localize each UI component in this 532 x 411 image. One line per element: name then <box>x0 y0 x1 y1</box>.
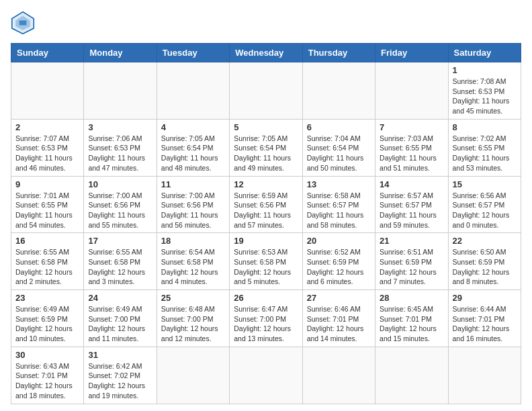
calendar: SundayMondayTuesdayWednesdayThursdayFrid… <box>11 43 521 404</box>
day-info: Sunrise: 7:08 AM Sunset: 6:53 PM Dayligh… <box>453 77 517 116</box>
calendar-day-cell: 25Sunrise: 6:48 AM Sunset: 7:00 PM Dayli… <box>157 290 229 347</box>
calendar-day-cell: 9Sunrise: 7:01 AM Sunset: 6:55 PM Daylig… <box>11 176 84 233</box>
day-info: Sunrise: 7:06 AM Sunset: 6:53 PM Dayligh… <box>88 134 152 173</box>
day-info: Sunrise: 6:50 AM Sunset: 6:59 PM Dayligh… <box>453 247 517 287</box>
day-info: Sunrise: 6:53 AM Sunset: 6:58 PM Dayligh… <box>234 247 298 287</box>
day-info: Sunrise: 7:02 AM Sunset: 6:55 PM Dayligh… <box>453 134 517 173</box>
weekday-header-tuesday: Tuesday <box>157 44 229 62</box>
calendar-day-cell: 14Sunrise: 6:57 AM Sunset: 6:57 PM Dayli… <box>375 176 448 233</box>
calendar-day-cell <box>157 62 229 120</box>
day-info: Sunrise: 7:05 AM Sunset: 6:54 PM Dayligh… <box>234 134 298 173</box>
day-number: 11 <box>161 179 225 189</box>
calendar-day-cell: 29Sunrise: 6:44 AM Sunset: 7:01 PM Dayli… <box>448 290 521 347</box>
day-number: 16 <box>15 236 79 246</box>
day-number: 10 <box>88 179 152 189</box>
weekday-header-row: SundayMondayTuesdayWednesdayThursdayFrid… <box>11 44 521 62</box>
day-info: Sunrise: 6:51 AM Sunset: 6:59 PM Dayligh… <box>380 247 443 287</box>
calendar-day-cell <box>230 62 302 120</box>
day-info: Sunrise: 7:04 AM Sunset: 6:54 PM Dayligh… <box>307 134 371 173</box>
day-info: Sunrise: 6:54 AM Sunset: 6:58 PM Dayligh… <box>161 247 225 287</box>
calendar-day-cell <box>157 347 229 404</box>
day-number: 28 <box>380 293 443 303</box>
day-info: Sunrise: 7:05 AM Sunset: 6:54 PM Dayligh… <box>161 134 225 173</box>
day-number: 25 <box>161 293 225 303</box>
calendar-day-cell <box>448 347 521 404</box>
day-number: 24 <box>88 293 152 303</box>
calendar-day-cell: 6Sunrise: 7:04 AM Sunset: 6:54 PM Daylig… <box>302 119 375 176</box>
calendar-day-cell: 17Sunrise: 6:55 AM Sunset: 6:58 PM Dayli… <box>84 233 157 290</box>
calendar-day-cell: 7Sunrise: 7:03 AM Sunset: 6:55 PM Daylig… <box>375 119 448 176</box>
calendar-day-cell <box>230 347 302 404</box>
day-info: Sunrise: 6:55 AM Sunset: 6:58 PM Dayligh… <box>88 247 152 287</box>
day-info: Sunrise: 6:43 AM Sunset: 7:01 PM Dayligh… <box>15 361 79 401</box>
calendar-day-cell: 15Sunrise: 6:56 AM Sunset: 6:57 PM Dayli… <box>448 176 521 233</box>
calendar-day-cell: 18Sunrise: 6:54 AM Sunset: 6:58 PM Dayli… <box>157 233 229 290</box>
calendar-day-cell: 1Sunrise: 7:08 AM Sunset: 6:53 PM Daylig… <box>448 62 521 120</box>
calendar-day-cell <box>302 62 375 120</box>
calendar-week-row: 9Sunrise: 7:01 AM Sunset: 6:55 PM Daylig… <box>11 176 521 233</box>
calendar-day-cell: 24Sunrise: 6:49 AM Sunset: 7:00 PM Dayli… <box>84 290 157 347</box>
calendar-day-cell: 8Sunrise: 7:02 AM Sunset: 6:55 PM Daylig… <box>448 119 521 176</box>
weekday-header-thursday: Thursday <box>302 44 375 62</box>
day-info: Sunrise: 7:00 AM Sunset: 6:56 PM Dayligh… <box>88 191 152 230</box>
day-info: Sunrise: 6:45 AM Sunset: 7:01 PM Dayligh… <box>380 304 443 344</box>
day-info: Sunrise: 6:58 AM Sunset: 6:57 PM Dayligh… <box>307 191 371 230</box>
day-info: Sunrise: 6:42 AM Sunset: 7:02 PM Dayligh… <box>88 361 152 401</box>
day-info: Sunrise: 6:44 AM Sunset: 7:01 PM Dayligh… <box>453 304 517 344</box>
svg-marker-3 <box>19 20 27 25</box>
day-number: 3 <box>88 122 152 132</box>
day-info: Sunrise: 7:03 AM Sunset: 6:55 PM Dayligh… <box>380 134 443 173</box>
day-number: 26 <box>234 293 298 303</box>
weekday-header-saturday: Saturday <box>448 44 521 62</box>
day-number: 13 <box>307 179 371 189</box>
calendar-day-cell: 26Sunrise: 6:47 AM Sunset: 7:00 PM Dayli… <box>230 290 302 347</box>
day-info: Sunrise: 6:52 AM Sunset: 6:59 PM Dayligh… <box>307 247 371 287</box>
day-number: 21 <box>380 236 443 246</box>
day-info: Sunrise: 6:57 AM Sunset: 6:57 PM Dayligh… <box>380 191 443 230</box>
calendar-day-cell <box>375 347 448 404</box>
calendar-day-cell: 30Sunrise: 6:43 AM Sunset: 7:01 PM Dayli… <box>11 347 84 404</box>
day-number: 31 <box>88 350 152 360</box>
weekday-header-monday: Monday <box>84 44 157 62</box>
day-number: 9 <box>15 179 79 189</box>
day-info: Sunrise: 6:49 AM Sunset: 7:00 PM Dayligh… <box>88 304 152 344</box>
calendar-week-row: 1Sunrise: 7:08 AM Sunset: 6:53 PM Daylig… <box>11 62 521 120</box>
day-number: 29 <box>453 293 517 303</box>
calendar-day-cell <box>375 62 448 120</box>
day-number: 22 <box>453 236 517 246</box>
calendar-week-row: 23Sunrise: 6:49 AM Sunset: 6:59 PM Dayli… <box>11 290 521 347</box>
day-number: 20 <box>307 236 371 246</box>
calendar-day-cell: 11Sunrise: 7:00 AM Sunset: 6:56 PM Dayli… <box>157 176 229 233</box>
calendar-day-cell: 16Sunrise: 6:55 AM Sunset: 6:58 PM Dayli… <box>11 233 84 290</box>
calendar-day-cell: 3Sunrise: 7:06 AM Sunset: 6:53 PM Daylig… <box>84 119 157 176</box>
day-number: 15 <box>453 179 517 189</box>
logo <box>11 11 38 35</box>
calendar-day-cell: 28Sunrise: 6:45 AM Sunset: 7:01 PM Dayli… <box>375 290 448 347</box>
day-number: 8 <box>453 122 517 132</box>
weekday-header-friday: Friday <box>375 44 448 62</box>
calendar-day-cell: 13Sunrise: 6:58 AM Sunset: 6:57 PM Dayli… <box>302 176 375 233</box>
calendar-day-cell <box>302 347 375 404</box>
calendar-day-cell: 31Sunrise: 6:42 AM Sunset: 7:02 PM Dayli… <box>84 347 157 404</box>
day-info: Sunrise: 7:00 AM Sunset: 6:56 PM Dayligh… <box>161 191 225 230</box>
day-number: 17 <box>88 236 152 246</box>
weekday-header-wednesday: Wednesday <box>230 44 302 62</box>
day-info: Sunrise: 6:56 AM Sunset: 6:57 PM Dayligh… <box>453 191 517 230</box>
calendar-week-row: 30Sunrise: 6:43 AM Sunset: 7:01 PM Dayli… <box>11 347 521 404</box>
day-info: Sunrise: 6:48 AM Sunset: 7:00 PM Dayligh… <box>161 304 225 344</box>
day-number: 5 <box>234 122 298 132</box>
calendar-day-cell: 19Sunrise: 6:53 AM Sunset: 6:58 PM Dayli… <box>230 233 302 290</box>
calendar-day-cell: 22Sunrise: 6:50 AM Sunset: 6:59 PM Dayli… <box>448 233 521 290</box>
day-number: 2 <box>15 122 79 132</box>
day-info: Sunrise: 7:07 AM Sunset: 6:53 PM Dayligh… <box>15 134 79 173</box>
day-info: Sunrise: 7:01 AM Sunset: 6:55 PM Dayligh… <box>15 191 79 230</box>
day-info: Sunrise: 6:47 AM Sunset: 7:00 PM Dayligh… <box>234 304 298 344</box>
calendar-day-cell: 10Sunrise: 7:00 AM Sunset: 6:56 PM Dayli… <box>84 176 157 233</box>
day-number: 14 <box>380 179 443 189</box>
logo-icon <box>11 11 35 35</box>
day-number: 30 <box>15 350 79 360</box>
calendar-day-cell: 4Sunrise: 7:05 AM Sunset: 6:54 PM Daylig… <box>157 119 229 176</box>
day-number: 1 <box>453 65 517 75</box>
day-number: 12 <box>234 179 298 189</box>
day-number: 4 <box>161 122 225 132</box>
